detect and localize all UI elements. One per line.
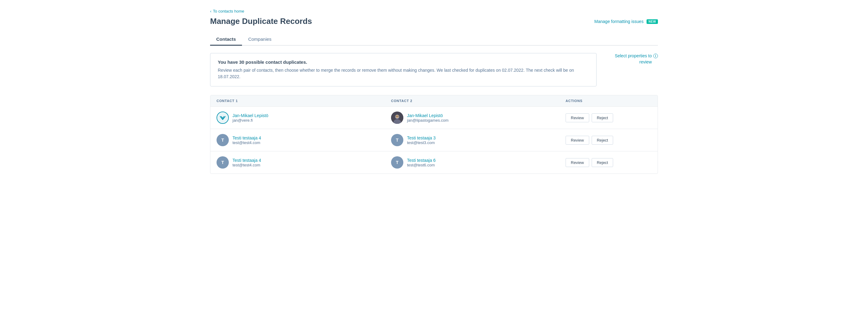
- avatar-row1-contact2: [391, 111, 403, 124]
- header-right: Manage formatting issues NEW: [594, 16, 658, 24]
- avatar-row1-contact1: [217, 111, 229, 124]
- contact2-info-row1: Jan-Mikael Lepistö jan@lipastogames.com: [407, 113, 448, 123]
- contact1-cell-row3: T Testi testaaja 4 test@test4.com: [217, 156, 391, 169]
- actions-cell-row2: Review Reject: [565, 136, 651, 145]
- contact2-cell-row3: T Testi testaaja 6 test@test6.com: [391, 156, 565, 169]
- contact2-name-row2[interactable]: Testi testaaja 3: [407, 135, 436, 140]
- contact2-info-row3: Testi testaaja 6 test@test6.com: [407, 158, 436, 167]
- reject-button-row1[interactable]: Reject: [592, 113, 613, 122]
- select-properties-container: Select properties to review i: [609, 53, 658, 65]
- contact1-email-row1: jan@vere.fi: [232, 118, 268, 123]
- page-title: Manage Duplicate Records: [210, 16, 312, 26]
- contact2-cell-row1: Jan-Mikael Lepistö jan@lipastogames.com: [391, 111, 565, 124]
- page-container: ‹ To contacts home Manage Duplicate Reco…: [198, 0, 670, 186]
- contact1-cell-row1: Jan-Mikael Lepistö jan@vere.fi: [217, 111, 391, 124]
- back-link[interactable]: ‹ To contacts home: [210, 9, 244, 13]
- contact2-email-row3: test@test6.com: [407, 163, 436, 167]
- avatar-row2-contact2: T: [391, 134, 403, 146]
- contact2-email-row1: jan@lipastogames.com: [407, 118, 448, 123]
- table-row: T Testi testaaja 4 test@test4.com T Test…: [210, 129, 658, 152]
- contact1-info-row2: Testi testaaja 4 test@test4.com: [232, 135, 261, 145]
- info-banner-text: Review each pair of contacts, then choos…: [218, 67, 589, 80]
- contact2-cell-row2: T Testi testaaja 3 test@test3.com: [391, 134, 565, 146]
- back-link-label: To contacts home: [213, 9, 244, 13]
- contact2-info-row2: Testi testaaja 3 test@test3.com: [407, 135, 436, 145]
- contact2-name-row1[interactable]: Jan-Mikael Lepistö: [407, 113, 448, 118]
- info-banner-bold: You have 30 possible contact duplicates.: [218, 60, 589, 65]
- contact2-email-row2: test@test3.com: [407, 140, 436, 145]
- tab-contacts[interactable]: Contacts: [210, 33, 242, 46]
- review-button-row3[interactable]: Review: [565, 158, 589, 167]
- contact1-name-row3[interactable]: Testi testaaja 4: [232, 158, 261, 163]
- col-header-actions: ACTIONS: [565, 99, 651, 103]
- tabs-row: Contacts Companies: [210, 33, 658, 46]
- duplicates-table: CONTACT 1 CONTACT 2 ACTIONS Jan-Mikael L…: [210, 95, 658, 174]
- contact1-name-row1[interactable]: Jan-Mikael Lepistö: [232, 113, 268, 118]
- info-banner: You have 30 possible contact duplicates.…: [210, 53, 596, 87]
- select-properties-link[interactable]: Select properties to review i: [609, 53, 658, 65]
- actions-cell-row1: Review Reject: [565, 113, 651, 122]
- table-row: Jan-Mikael Lepistö jan@vere.fi: [210, 107, 658, 129]
- new-badge: NEW: [647, 19, 658, 24]
- reject-button-row2[interactable]: Reject: [592, 136, 613, 145]
- avatar-row2-contact1: T: [217, 134, 229, 146]
- review-button-row2[interactable]: Review: [565, 136, 589, 145]
- tab-companies[interactable]: Companies: [242, 33, 278, 46]
- col-header-contact1: CONTACT 1: [217, 99, 391, 103]
- table-row: T Testi testaaja 4 test@test4.com T Test…: [210, 152, 658, 173]
- avatar-row3-contact2: T: [391, 156, 403, 169]
- contact1-info-row1: Jan-Mikael Lepistö jan@vere.fi: [232, 113, 268, 123]
- header-row: Manage Duplicate Records Manage formatti…: [210, 16, 658, 26]
- reject-button-row3[interactable]: Reject: [592, 158, 613, 167]
- select-properties-info-icon[interactable]: i: [653, 54, 658, 58]
- contact1-name-row2[interactable]: Testi testaaja 4: [232, 135, 261, 140]
- contact1-email-row3: test@test4.com: [232, 163, 261, 167]
- manage-formatting-link[interactable]: Manage formatting issues: [594, 19, 644, 24]
- contact1-cell-row2: T Testi testaaja 4 test@test4.com: [217, 134, 391, 146]
- contact2-name-row3[interactable]: Testi testaaja 6: [407, 158, 436, 163]
- svg-rect-0: [217, 112, 228, 123]
- contact1-email-row2: test@test4.com: [232, 140, 261, 145]
- info-banner-row: You have 30 possible contact duplicates.…: [210, 53, 658, 87]
- back-arrow-icon: ‹: [210, 9, 211, 13]
- review-button-row1[interactable]: Review: [565, 113, 589, 122]
- col-header-contact2: CONTACT 2: [391, 99, 565, 103]
- avatar-row3-contact1: T: [217, 156, 229, 169]
- table-header: CONTACT 1 CONTACT 2 ACTIONS: [210, 95, 658, 107]
- contact1-info-row3: Testi testaaja 4 test@test4.com: [232, 158, 261, 167]
- svg-rect-5: [396, 116, 399, 117]
- actions-cell-row3: Review Reject: [565, 158, 651, 167]
